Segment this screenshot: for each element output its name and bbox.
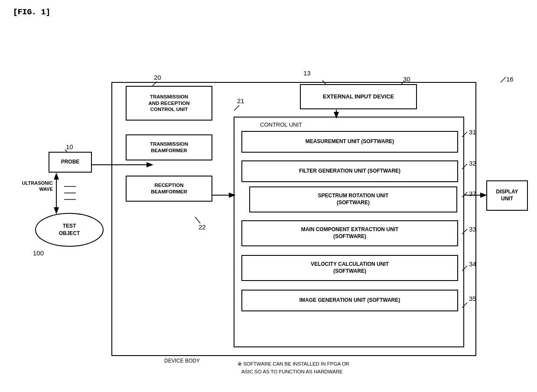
svg-text:TEST: TEST [63,223,76,229]
external-input-box: EXTERNAL INPUT DEVICE [300,84,417,109]
diagram-container: [FIG. 1] [0,0,537,392]
svg-line-18 [462,132,467,137]
main-comp-unit-box: MAIN COMPONENT EXTRACTION UNIT(SOFTWARE) [241,220,458,246]
velocity-calc-unit-box: VELOCITY CALCULATION UNIT(SOFTWARE) [241,255,458,281]
ref-32: 32 [469,160,476,167]
probe-box: PROBE [49,152,92,173]
ref-20: 20 [154,74,161,81]
svg-line-13 [234,105,239,111]
svg-line-17 [501,77,506,82]
tx-beamformer-box: TRANSMISSIONBEAMFORMER [126,134,212,160]
ref-31: 31 [469,128,476,136]
ref-30: 30 [403,75,410,83]
ref-16: 16 [506,75,514,83]
svg-line-20 [462,192,467,197]
ref-21: 21 [237,97,244,105]
device-body-label: DEVICE BODY [147,358,217,364]
ultrasonic-wave-label: ULTRASONICWAVE [14,180,53,193]
ref-13: 13 [303,69,311,77]
ref-37: 37 [469,190,476,197]
svg-line-23 [462,303,467,308]
svg-line-21 [462,229,467,234]
ref-33: 33 [469,225,476,233]
footnote: ※ SOFTWARE CAN BE INSTALLED IN FPGA OR A… [238,360,349,376]
test-object-ellipse: TEST OBJECT [35,212,104,247]
ref-34: 34 [469,260,476,268]
svg-point-24 [36,213,103,246]
svg-line-14 [195,217,200,223]
spectrum-rot-unit-box: SPECTRUM ROTATION UNIT(SOFTWARE) [249,186,457,212]
fig-label: [FIG. 1] [13,8,50,16]
rx-beamformer-box: RECEPTIONBEAMFORMER [126,176,212,202]
filter-gen-unit-box: FILTER GENERATION UNIT (SOFTWARE) [241,160,458,182]
tx-rx-control-box: TRANSMISSIONAND RECEPTIONCONTROL UNIT [126,86,212,121]
svg-line-19 [462,164,467,169]
control-unit-label: CONTROL UNIT [260,121,302,128]
ref-100: 100 [33,249,44,257]
ref-22: 22 [199,223,206,231]
ref-10: 10 [66,143,73,150]
ref-35: 35 [469,295,476,302]
image-gen-unit-box: IMAGE GENERATION UNIT (SOFTWARE) [241,290,458,311]
svg-text:OBJECT: OBJECT [59,230,80,236]
svg-line-22 [462,266,467,271]
measurement-unit-box: MEASUREMENT UNIT (SOFTWARE) [241,131,458,153]
display-unit-box: DISPLAYUNIT [486,180,528,211]
